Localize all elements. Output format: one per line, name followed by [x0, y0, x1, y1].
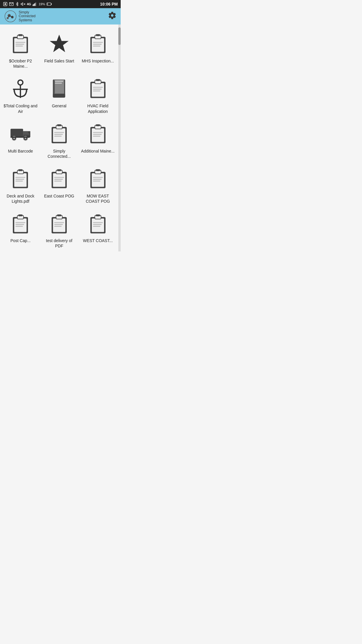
item-icon-additional-maine — [86, 122, 110, 146]
svg-rect-76 — [15, 177, 25, 178]
item-label-field-sales-start: Field Sales Start — [44, 58, 74, 64]
item-icon-test-delivery — [48, 212, 71, 236]
grid-item-west-coast[interactable]: WEST COAST... — [78, 208, 117, 249]
svg-rect-25 — [15, 46, 23, 46]
item-icon-simply-connected — [48, 122, 71, 146]
svg-rect-24 — [15, 44, 24, 45]
photo-icon — [3, 2, 8, 6]
item-icon-total-cooling-air — [9, 77, 32, 100]
svg-rect-23 — [15, 42, 25, 43]
svg-rect-70 — [93, 134, 102, 135]
svg-rect-96 — [18, 214, 23, 216]
item-icon-mhs-inspection — [86, 32, 110, 55]
grid-item-east-coast-pog[interactable]: East Coast POG — [40, 162, 79, 207]
grid-item-additional-maine[interactable]: Additional Maine... — [78, 118, 117, 162]
svg-rect-101 — [53, 218, 65, 232]
svg-rect-84 — [54, 179, 63, 180]
svg-rect-78 — [15, 181, 23, 181]
svg-rect-22 — [18, 34, 23, 36]
grid-item-post-cap[interactable]: Post Cap... — [1, 208, 40, 249]
svg-rect-42 — [55, 83, 62, 84]
svg-rect-9 — [35, 2, 36, 6]
network-type-label: 4G — [27, 2, 31, 6]
svg-rect-92 — [93, 181, 100, 181]
svg-rect-87 — [92, 173, 104, 187]
item-icon-west-coast — [86, 212, 110, 236]
item-label-test-delivery: test delivery of PDF — [42, 238, 76, 249]
svg-rect-106 — [54, 226, 61, 227]
svg-rect-89 — [96, 169, 100, 171]
svg-rect-69 — [93, 132, 103, 133]
item-label-october-p2-maine: $October P2 Maine... — [3, 58, 38, 69]
item-label-multi-barcode: Multi Barcode — [8, 148, 33, 154]
signal-icon — [33, 2, 37, 6]
item-label-total-cooling-air: $Total Cooling and Air — [3, 103, 38, 114]
item-label-west-coast: WEST COAST... — [83, 238, 113, 243]
bluetooth-icon — [15, 2, 19, 6]
status-bar: 4G 19% 10:06 PM — [0, 0, 121, 8]
svg-rect-71 — [93, 136, 100, 136]
scrollbar[interactable] — [118, 24, 121, 251]
item-icon-deck-dock-lights — [9, 167, 32, 190]
grid-item-hvac-field-application[interactable]: HVAC Field Application — [78, 72, 117, 117]
item-icon-east-coast-pog — [48, 167, 71, 190]
item-label-mow-east-coast-pog: MOW EAST COAST POG — [81, 193, 115, 204]
mail-icon — [9, 2, 14, 6]
svg-rect-6 — [33, 5, 33, 6]
svg-rect-20 — [14, 38, 27, 52]
app-bar: SimplyConnectedSystems — [0, 8, 121, 24]
grid-item-mhs-inspection[interactable]: MHS Inspection... — [78, 27, 117, 72]
svg-rect-8 — [34, 3, 35, 6]
grid-item-simply-connected[interactable]: Simply Connected... — [40, 118, 79, 162]
mute-icon — [21, 2, 25, 6]
svg-rect-46 — [92, 83, 104, 97]
item-label-general: General — [52, 103, 66, 108]
svg-rect-90 — [93, 177, 103, 178]
grid-item-general[interactable]: General — [40, 72, 79, 117]
svg-rect-113 — [93, 226, 100, 227]
item-icon-post-cap — [9, 212, 32, 236]
svg-rect-108 — [92, 218, 104, 232]
svg-rect-7 — [34, 4, 34, 6]
svg-rect-64 — [54, 136, 61, 136]
svg-marker-3 — [21, 3, 23, 5]
svg-rect-57 — [10, 136, 30, 138]
svg-rect-73 — [14, 173, 27, 187]
svg-rect-77 — [15, 179, 24, 180]
grid-item-october-p2-maine[interactable]: $October P2 Maine... — [1, 27, 40, 72]
svg-rect-49 — [93, 87, 103, 88]
svg-rect-32 — [93, 44, 102, 45]
svg-rect-112 — [93, 224, 102, 225]
content-area: $October P2 Maine... Field Sales Start M… — [0, 24, 121, 251]
grid-item-test-delivery[interactable]: test delivery of PDF — [40, 208, 79, 249]
svg-rect-43 — [53, 94, 65, 98]
item-icon-october-p2-maine — [9, 32, 32, 55]
svg-rect-97 — [15, 222, 25, 223]
settings-button[interactable] — [108, 11, 117, 22]
svg-rect-85 — [54, 181, 61, 181]
svg-rect-105 — [54, 224, 63, 225]
item-label-east-coast-pog: East Coast POG — [44, 193, 74, 199]
svg-rect-99 — [15, 226, 23, 227]
grid-item-total-cooling-air[interactable]: $Total Cooling and Air — [1, 72, 40, 117]
svg-rect-33 — [93, 46, 100, 46]
svg-rect-44 — [54, 80, 55, 94]
svg-rect-75 — [18, 169, 23, 171]
svg-rect-82 — [57, 169, 61, 171]
svg-rect-80 — [53, 173, 65, 187]
item-label-post-cap: Post Cap... — [10, 238, 31, 243]
svg-point-34 — [18, 80, 23, 85]
svg-rect-111 — [93, 222, 103, 223]
app-grid: $October P2 Maine... Field Sales Start M… — [0, 24, 118, 251]
battery-icon — [47, 2, 52, 6]
scrollbar-thumb[interactable] — [118, 27, 121, 45]
grid-item-mow-east-coast-pog[interactable]: MOW EAST COAST POG — [78, 162, 117, 207]
grid-item-field-sales-start[interactable]: Field Sales Start — [40, 27, 79, 72]
grid-item-deck-dock-lights[interactable]: Deck and Dock Lights.pdf — [1, 162, 40, 207]
grid-item-multi-barcode[interactable]: Multi Barcode — [1, 118, 40, 162]
svg-point-1 — [4, 3, 6, 5]
app-name-label: SimplyConnectedSystems — [19, 10, 36, 22]
svg-rect-52 — [10, 129, 23, 137]
svg-rect-31 — [93, 42, 103, 43]
svg-rect-98 — [15, 224, 24, 225]
